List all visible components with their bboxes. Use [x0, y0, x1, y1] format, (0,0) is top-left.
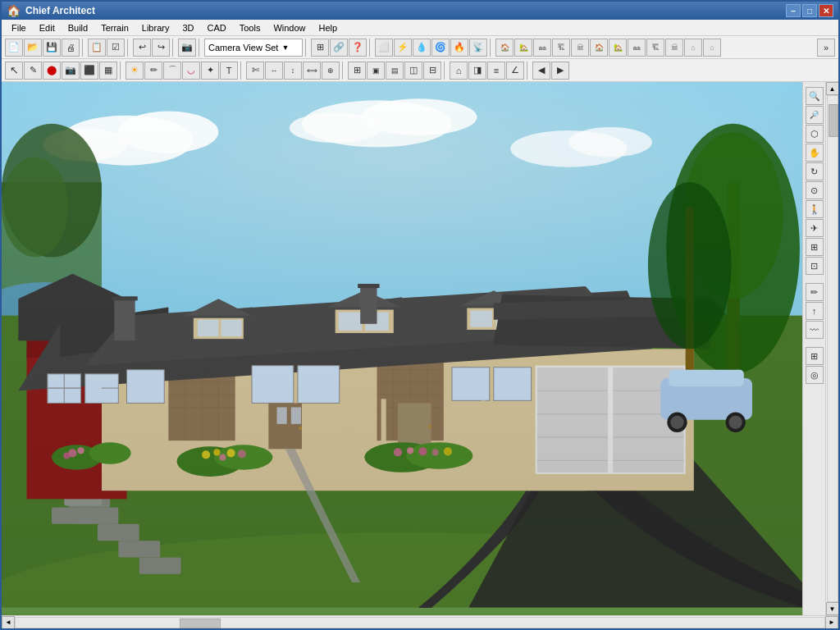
zoom-out-button[interactable]: 🔎	[806, 106, 824, 124]
house-plan-tool[interactable]: ⌂	[450, 62, 468, 80]
angle-tool[interactable]: ∠	[506, 62, 524, 80]
stairs-tool[interactable]: ≡	[487, 62, 505, 80]
diagonal-tool[interactable]: ◨	[468, 62, 486, 80]
minimize-button[interactable]: –	[786, 4, 801, 17]
dim1-tool[interactable]: ↔	[265, 62, 283, 80]
rainbow-tool[interactable]: ◡	[182, 62, 200, 80]
wave-tool[interactable]: 〰	[806, 321, 824, 339]
walk-tool[interactable]: 🚶	[806, 200, 824, 218]
zoom-region-tool[interactable]: ⊞	[806, 238, 824, 256]
special-tool[interactable]: ✦	[201, 62, 219, 80]
nav-right-button[interactable]: ▶	[551, 62, 569, 80]
menu-window[interactable]: Window	[267, 21, 312, 34]
3dbox-tool[interactable]: ◫	[404, 62, 422, 80]
house-icon-11[interactable]: ⌂	[684, 39, 702, 57]
telecom-btn[interactable]: 📡	[469, 39, 487, 57]
fly-tool[interactable]: ✈	[806, 219, 824, 237]
rotate-tool[interactable]: ↻	[806, 162, 824, 180]
orbit-tool[interactable]: ⊙	[806, 181, 824, 199]
undo-button[interactable]: ↩	[133, 39, 151, 57]
circle-tool[interactable]: ⬤	[43, 62, 61, 80]
text-tool[interactable]: T	[220, 62, 238, 80]
zoom-fit-tool[interactable]: ⊡	[806, 257, 824, 275]
wall-tool[interactable]: ▦	[99, 62, 117, 80]
fire-btn[interactable]: 🔥	[450, 39, 468, 57]
house-icon-5[interactable]: 🏛	[571, 39, 589, 57]
view-set-dropdown[interactable]: Camera View Set ▼	[204, 39, 303, 57]
house-icon-1[interactable]: 🏠	[495, 39, 514, 57]
electric-btn[interactable]: ⚡	[394, 39, 412, 57]
layout-btn[interactable]: ⬜	[375, 39, 393, 57]
house-icon-9[interactable]: 🏗	[646, 39, 664, 57]
scroll-up-button[interactable]: ▲	[826, 82, 839, 95]
new-button[interactable]: 📄	[5, 39, 23, 57]
scroll-thumb-horizontal[interactable]	[180, 619, 221, 628]
grid-draw-tool[interactable]: ⊟	[423, 62, 441, 80]
view-btn-3[interactable]: ❓	[349, 39, 367, 57]
counter-tool[interactable]: ⊞	[348, 62, 366, 80]
plumbing-btn[interactable]: 💧	[413, 39, 431, 57]
draw-up-button[interactable]: ↑	[806, 302, 824, 320]
house-icon-6[interactable]: 🏠	[590, 39, 608, 57]
capture-button[interactable]: 📷	[178, 39, 196, 57]
house-icon-2[interactable]: 🏡	[514, 39, 532, 57]
house-icon-7[interactable]: 🏡	[609, 39, 627, 57]
pan-tool[interactable]: ✋	[806, 144, 824, 162]
house-icon-8[interactable]: 🏘	[628, 39, 646, 57]
nav-left-button[interactable]: ◀	[532, 62, 550, 80]
print-button[interactable]: 🖨	[62, 39, 80, 57]
pencil-tool[interactable]: ✏	[144, 62, 162, 80]
redo-button[interactable]: ↪	[152, 39, 170, 57]
dim3-tool[interactable]: ⟺	[303, 62, 321, 80]
camera-tool[interactable]: 📷	[62, 62, 80, 80]
fill-tool[interactable]: ⬡	[806, 125, 824, 143]
3d-scene	[2, 82, 802, 608]
clipboard-button[interactable]: 📋	[88, 39, 106, 57]
expand-button[interactable]: »	[817, 39, 835, 57]
house-icon-4[interactable]: 🏗	[552, 39, 570, 57]
camera-pos-tool[interactable]: ◎	[806, 366, 824, 384]
close-button[interactable]: ✕	[819, 4, 833, 17]
house-icon-10[interactable]: 🏛	[665, 39, 683, 57]
counter2-tool[interactable]: ▤	[386, 62, 404, 80]
sun-tool[interactable]: ☀	[126, 62, 144, 80]
open-button[interactable]: 📂	[24, 39, 42, 57]
menu-cad[interactable]: CAD	[200, 21, 232, 34]
checkbox-button[interactable]: ☑	[107, 39, 125, 57]
view-btn-2[interactable]: 🔗	[330, 39, 348, 57]
select-tool[interactable]: ↖	[5, 62, 23, 80]
stair-tool[interactable]: ⬛	[80, 62, 98, 80]
scroll-left-button[interactable]: ◄	[2, 616, 15, 629]
arc-tool[interactable]: ⌒	[163, 62, 181, 80]
dropdown-arrow: ▼	[281, 43, 289, 52]
house-icon-12[interactable]: ⌂	[703, 39, 721, 57]
maximize-button[interactable]: □	[802, 4, 817, 17]
measure-tool[interactable]: ✏	[806, 283, 824, 301]
scroll-down-button[interactable]: ▼	[826, 602, 839, 615]
menu-help[interactable]: Help	[313, 21, 345, 34]
crop-tool[interactable]: ✄	[246, 62, 264, 80]
view-btn-1[interactable]: ⊞	[311, 39, 329, 57]
save-button[interactable]: 💾	[43, 39, 61, 57]
scroll-thumb-vertical[interactable]	[829, 104, 838, 137]
canvas-area[interactable]	[2, 82, 802, 615]
edit-tool[interactable]: ✎	[24, 62, 42, 80]
hvac-btn[interactable]: 🌀	[431, 39, 450, 57]
scroll-right-button[interactable]: ►	[825, 616, 838, 629]
menu-3d[interactable]: 3D	[176, 21, 200, 34]
menu-build[interactable]: Build	[62, 21, 94, 34]
dim4-tool[interactable]: ⊕	[322, 62, 340, 80]
zoom-in-button[interactable]: 🔍	[806, 87, 824, 105]
scroll-track-horizontal[interactable]	[15, 617, 825, 628]
menu-file[interactable]: File	[5, 21, 33, 34]
menu-terrain[interactable]: Terrain	[94, 21, 135, 34]
house-icon-3[interactable]: 🏘	[533, 39, 551, 57]
menu-library[interactable]: Library	[135, 21, 176, 34]
grid-tool-right[interactable]: ⊞	[806, 347, 824, 365]
sep6	[369, 39, 372, 57]
scroll-track-vertical[interactable]	[827, 95, 838, 602]
label-tool[interactable]: ▣	[367, 62, 385, 80]
menu-edit[interactable]: Edit	[33, 21, 62, 34]
dim2-tool[interactable]: ↕	[284, 62, 302, 80]
menu-tools[interactable]: Tools	[233, 21, 267, 34]
